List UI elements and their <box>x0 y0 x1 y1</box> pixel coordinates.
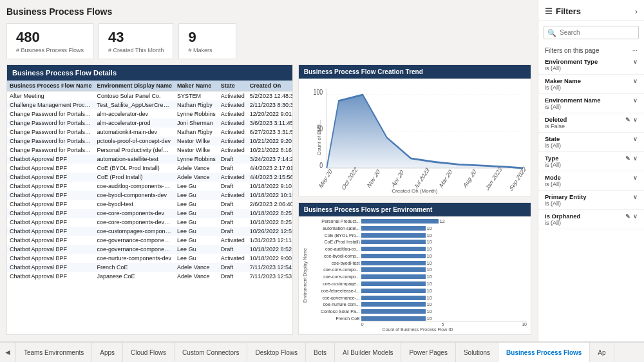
filter-chevron-icon[interactable]: ∨ <box>633 213 638 220</box>
filter-edit-icon[interactable]: ✎ <box>625 155 630 162</box>
filter-item: Primary Entity ∨ is (All) <box>538 191 644 210</box>
filter-chevron-icon[interactable]: ∨ <box>633 194 638 200</box>
trend-chart-body: Count of Busi... <box>299 79 531 196</box>
bar-label: French CoE <box>308 316 360 321</box>
table-row: Chatbot Approval BPFcoe-governance-compo… <box>7 245 292 254</box>
bar-fill <box>361 261 426 265</box>
filter-value: is (All) <box>545 181 638 187</box>
filters-on-page-label: Filters on this page ··· <box>538 44 644 55</box>
table-scroll[interactable]: Business Process Flow Name Environment D… <box>7 81 292 334</box>
table-row: Chatbot Approval BPFcoe-core-components-… <box>7 218 292 227</box>
table-row: Change Password for Portals Contactpctoo… <box>7 137 292 146</box>
filter-item: Maker Name ∨ is (All) <box>538 75 644 94</box>
table-cell: Activated <box>218 91 247 101</box>
bar-row: coe-governance-...10 <box>308 296 527 300</box>
bar-value: 10 <box>427 274 433 279</box>
tab-item-apps[interactable]: Apps <box>92 341 123 362</box>
table-cell: pctools-proof-of-concept-dev <box>95 137 175 146</box>
filter-chevron-icon[interactable]: ∨ <box>633 117 638 123</box>
bar-chart-rows: Personal Product...12automation-satel...… <box>308 219 527 321</box>
search-input[interactable] <box>544 26 639 39</box>
table-row: Challenge Management ProcessTest_Satilit… <box>7 100 292 110</box>
filter-name: Is Orphaned ✎ ∨ <box>545 213 638 220</box>
bar-row: coe-byodl-comp...10 <box>308 254 527 258</box>
tab-item-ai-builder-models[interactable]: AI Builder Models <box>335 341 401 362</box>
bar-fill <box>361 316 426 321</box>
tab-item-power-pages[interactable]: Power Pages <box>401 341 455 362</box>
filter-actions: ∨ <box>633 175 638 181</box>
bar-row: coe-byodl-test10 <box>308 261 527 265</box>
table-cell: Chatbot Approval BPF <box>7 218 95 227</box>
table-cell: 4/4/2023 2:17:01 PM <box>247 164 292 173</box>
table-cell: Activated <box>218 119 247 128</box>
table-body: After MeetingContoso Solar Panel Co.SYST… <box>7 91 292 281</box>
filter-name: Deleted ✎ ∨ <box>545 116 638 123</box>
table-cell: automation-satellite-test <box>95 155 175 164</box>
bar-row: coe-febreelease-t...10 <box>308 289 527 293</box>
bar-fill <box>361 254 426 258</box>
table-cell: coe-nurture-components-dev <box>95 254 175 263</box>
tab-item-ap[interactable]: Ap <box>590 341 614 362</box>
bar-value: 12 <box>440 219 446 224</box>
tab-item-cloud-flows[interactable]: Cloud Flows <box>123 341 175 362</box>
table-cell: 7/11/2023 12:54:44 PM <box>247 263 292 272</box>
filter-chevron-icon[interactable]: ∨ <box>633 155 638 162</box>
bar-value: 10 <box>427 261 433 265</box>
filter-value: is False <box>545 123 638 129</box>
table-cell: Activated <box>218 191 247 200</box>
bar-fill <box>361 289 426 293</box>
bar-row: coe-nurture-com...10 <box>308 302 527 307</box>
tab-item-bots[interactable]: Bots <box>306 341 335 362</box>
filter-value: is (All) <box>545 200 638 207</box>
tab-item-business-process-flows[interactable]: Business Process Flows <box>498 341 590 362</box>
stat-card-1: 43 # Created This Month <box>99 23 173 59</box>
table-cell: alm-accelerator-prod <box>95 119 175 128</box>
filter-actions: ∨ <box>633 97 638 104</box>
table-cell: Chatbot Approval BPF <box>7 182 95 191</box>
table-cell: Test_Satilite_AppUserCreation <box>95 100 175 110</box>
filter-value: is (All) <box>545 104 638 110</box>
table-cell: Activated <box>218 236 247 245</box>
table-row: Chatbot Approval BPFcoe-byodl-components… <box>7 191 292 200</box>
table-cell: coe-byodl-components-dev <box>95 191 175 200</box>
filter-name: State ∨ <box>545 135 638 142</box>
filter-chevron-icon[interactable]: ∨ <box>633 59 638 65</box>
filter-name: Primary Entity ∨ <box>545 193 638 200</box>
env-chart-body: Environment Display Name Personal Produc… <box>299 216 531 334</box>
stat-label-1: # Created This Month <box>108 47 164 53</box>
env-chart-header: Business Process Flows per Environment <box>299 203 531 216</box>
tab-item-desktop-flows[interactable]: Desktop Flows <box>247 341 306 362</box>
table-cell: French CoE <box>95 263 175 272</box>
tab-item-custom-connectors[interactable]: Custom Connectors <box>175 341 247 362</box>
filter-chevron-icon[interactable]: ∨ <box>633 136 638 142</box>
bar-fill <box>361 281 426 286</box>
table-cell: Lee Gu <box>175 182 218 191</box>
table-cell: Activated <box>218 146 247 155</box>
table-cell: Lee Gu <box>175 209 218 218</box>
table-cell: Change Password for Portals Contact <box>7 128 95 137</box>
table-cell: Adele Vance <box>175 272 218 281</box>
sidebar-expand-button[interactable]: › <box>635 7 638 16</box>
filter-chevron-icon[interactable]: ∨ <box>633 175 638 181</box>
table-cell: Nathan Rigby <box>175 100 218 110</box>
table-cell: Draft <box>218 209 247 218</box>
table-cell: Japanese CoE <box>95 272 175 281</box>
filter-chevron-icon[interactable]: ∨ <box>633 97 638 104</box>
bar-label: Contoso Solar Pa... <box>308 309 360 314</box>
tab-item-teams-environments[interactable]: Teams Environments <box>16 341 92 362</box>
filter-edit-icon[interactable]: ✎ <box>625 213 630 220</box>
filter-chevron-icon[interactable]: ∨ <box>633 78 638 84</box>
filter-edit-icon[interactable]: ✎ <box>625 117 630 123</box>
svg-text:Aug 20: Aug 20 <box>462 167 477 190</box>
table-cell: Draft <box>218 164 247 173</box>
table-cell: automationkit-main-dev <box>95 128 175 137</box>
filter-actions: ∨ <box>633 194 638 200</box>
bar-row: CoE (Prod Install)10 <box>308 240 527 244</box>
filter-name: Maker Name ∨ <box>545 77 638 84</box>
tab-nav-prev[interactable]: ◄ <box>0 343 16 362</box>
bar-label: automation-satel... <box>308 226 360 231</box>
tab-item-solutions[interactable]: Solutions <box>456 341 498 362</box>
bar-label: coe-governance-... <box>308 296 360 300</box>
table-cell: Activated <box>218 110 247 119</box>
bar-row: coe-core-compo...10 <box>308 267 527 272</box>
